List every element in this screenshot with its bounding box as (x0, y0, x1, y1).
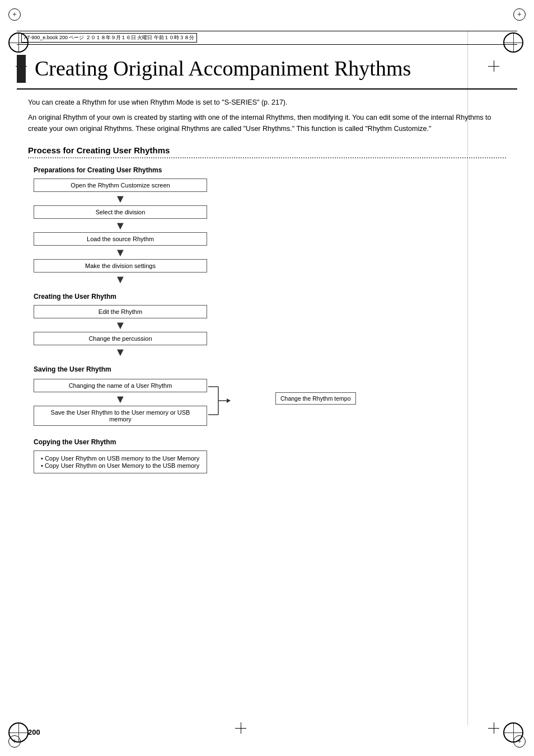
body-content: You can create a Rhythm for use when Rhy… (28, 90, 506, 473)
arrow-down-icon-6: ▼ (115, 346, 126, 358)
page-title: Creating Original Accompaniment Rhythms (35, 55, 411, 83)
section-heading: Process for Creating User Rhythms (28, 145, 506, 158)
flow-box-4: Make the division settings (34, 259, 207, 273)
flow-arrow-6: ▼ (34, 346, 506, 358)
arrow-down-icon-2: ▼ (115, 220, 126, 231)
flow-step-4: Make the division settings (34, 259, 506, 273)
reg-big-br (503, 722, 526, 745)
flow-box-7: Changing the name of a User Rhythm (34, 379, 207, 392)
intro-para-1: You can create a Rhythm for use when Rhy… (28, 97, 506, 108)
flow-step-1: Open the Rhythm Customize screen (34, 179, 506, 192)
flow-box-1: Open the Rhythm Customize screen (34, 179, 207, 192)
flow-step-5: Edit the Rhythm (34, 305, 506, 318)
flow-box-3: Load the source Rhythm (34, 232, 207, 246)
reg-mark-tr (512, 7, 527, 22)
saving-boxes: Changing the name of a User Rhythm ▼ Sav… (34, 378, 207, 427)
flow-box-8: Save the User Rhythm to the User memory … (34, 406, 207, 426)
creating-heading: Creating the User Rhythm (34, 293, 506, 300)
flow-step-2: Select the division (34, 205, 506, 219)
copying-section: Copying the User Rhythm Copy User Rhythm… (34, 438, 506, 473)
flow-step-7: Changing the name of a User Rhythm (34, 379, 207, 392)
side-box-area: Change the Rhythm tempo (275, 392, 356, 405)
flow-arrow-4: ▼ (34, 274, 506, 285)
flow-step-3: Load the source Rhythm (34, 232, 506, 246)
flow-step-6: Change the percussion (34, 332, 506, 345)
flow-diagram: Preparations for Creating User Rhythms O… (34, 166, 506, 473)
flow-arrow-3: ▼ (34, 247, 506, 258)
flow-box-6: Change the percussion (34, 332, 207, 345)
reg-big-bl (8, 722, 31, 745)
cross-bottom-r (488, 722, 499, 734)
cross-bottom-l (235, 722, 246, 734)
arrow-down-icon-4: ▼ (115, 274, 126, 285)
flow-arrow-1: ▼ (34, 193, 506, 204)
side-annotation-area (208, 380, 275, 422)
saving-section: Changing the name of a User Rhythm ▼ Sav… (34, 378, 506, 427)
copying-heading: Copying the User Rhythm (34, 438, 506, 446)
page-number: 200 (28, 728, 40, 736)
flow-step-8: Save the User Rhythm to the User memory … (34, 406, 207, 426)
side-box-tempo: Change the Rhythm tempo (275, 392, 356, 405)
flow-arrow-2: ▼ (34, 220, 506, 231)
header-file-info: AT-900_e.book 200 ページ ２０１８年９月１６日 火曜日 午前１… (21, 33, 197, 43)
arrow-down-icon-5: ▼ (115, 320, 126, 331)
flow-arrow-5: ▼ (34, 320, 506, 331)
flow-arrow-7: ▼ (34, 393, 207, 405)
page-content: Creating Original Accompaniment Rhythms … (17, 55, 517, 473)
arrow-down-icon-3: ▼ (115, 247, 126, 258)
flow-box-5: Edit the Rhythm (34, 305, 207, 318)
copying-box: Copy User Rhythm on USB memory to the Us… (34, 450, 207, 473)
title-black-bar (17, 55, 26, 83)
arrow-down-icon-1: ▼ (115, 193, 126, 204)
svg-marker-4 (227, 398, 231, 403)
title-section: Creating Original Accompaniment Rhythms (17, 55, 517, 90)
header-bar: AT-900_e.book 200 ページ ２０１８年９月１６日 火曜日 午前１… (17, 31, 517, 45)
bracket-svg (208, 380, 275, 422)
copy-bullet-1: Copy User Rhythm on USB memory to the Us… (41, 455, 200, 462)
preparations-heading: Preparations for Creating User Rhythms (34, 166, 506, 174)
flow-box-2: Select the division (34, 205, 207, 219)
copy-bullet-2: Copy User Rhythm on User Memory to the U… (41, 462, 200, 469)
saving-heading: Saving the User Rhythm (34, 365, 506, 373)
intro-para-2: An original Rhythm of your own is create… (28, 112, 506, 134)
reg-mark-tl (7, 7, 22, 22)
arrow-down-icon-7: ▼ (115, 393, 126, 405)
